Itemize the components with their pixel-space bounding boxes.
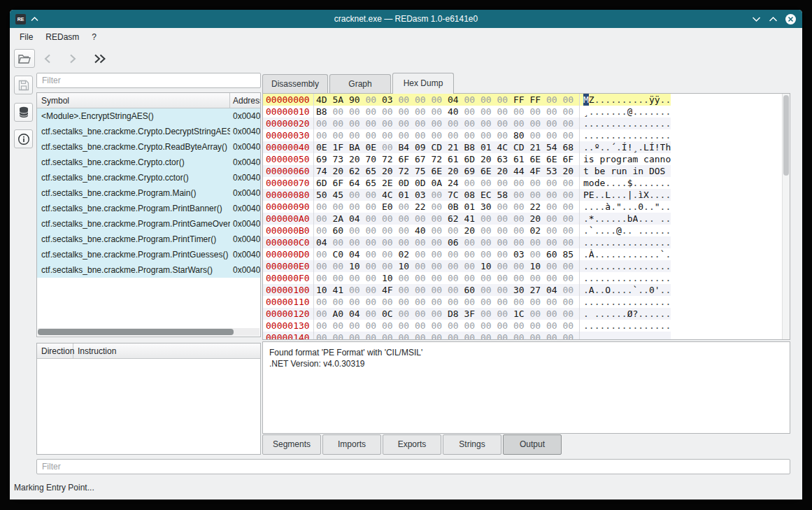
- symbol-address: 0x00402: [230, 139, 260, 155]
- minimize-icon[interactable]: [752, 16, 761, 22]
- symbol-name: ctf.sectalks_bne.crackme.Program.PrintBa…: [37, 201, 230, 216]
- tab-graph[interactable]: Graph: [329, 74, 391, 94]
- tab-disassembly[interactable]: Disassembly: [262, 74, 328, 94]
- dock-tab-strings[interactable]: Strings: [443, 434, 501, 455]
- symbols-hscrollbar-thumb[interactable]: [38, 329, 234, 335]
- hex-row[interactable]: 000000E000001000001000000000100000100000…: [263, 260, 671, 272]
- symbols-column-symbol[interactable]: Symbol: [37, 93, 230, 108]
- symbol-row[interactable]: ctf.sectalks_bne.crackme.Crypto.ReadByte…: [37, 139, 260, 155]
- status-text: Marking Entry Point...: [14, 483, 94, 493]
- symbol-row[interactable]: ctf.sectalks_bne.crackme.Program.PrintTi…: [37, 232, 260, 247]
- fast-forward-button[interactable]: [90, 49, 109, 68]
- dock-tab-output[interactable]: Output: [503, 434, 562, 455]
- symbol-row[interactable]: ctf.sectalks_bne.crackme.Program.PrintBa…: [37, 201, 260, 216]
- window-title: cracknet.exe — REDasm 1.0-e6141e0: [94, 14, 718, 24]
- hex-address: 00000050: [263, 153, 314, 165]
- hex-row[interactable]: 000000400E1FBA0E00B409CD21B8014CCD215468…: [263, 141, 671, 153]
- hex-row[interactable]: 00000080504500004C0103007C08EC5800000000…: [263, 189, 671, 201]
- hex-row[interactable]: 0000014000000000000000000000000000000000…: [263, 332, 671, 339]
- hex-vscrollbar[interactable]: [782, 94, 790, 339]
- hex-dump-view: 000000004D5A90000300000004000000FFFF0000…: [262, 93, 790, 340]
- symbols-hscrollbar[interactable]: [38, 328, 259, 336]
- symbol-name: ctf.sectalks_bne.crackme.Crypto.cctor(): [37, 170, 230, 185]
- menu-redasm[interactable]: REDasm: [39, 29, 85, 45]
- tab-hex-dump[interactable]: Hex Dump: [392, 73, 454, 94]
- bottom-filter-input[interactable]: [36, 459, 790, 474]
- keep-above-icon[interactable]: [31, 16, 38, 22]
- symbol-row[interactable]: ctf.sectalks_bne.crackme.Program.StarWar…: [37, 262, 260, 278]
- hex-row[interactable]: 00000060742062652072756E20696E20444F5320…: [263, 165, 671, 177]
- listing-header: Direction Instruction: [37, 343, 260, 359]
- hex-bytes: 104100004F0000000060000030270400: [314, 284, 579, 296]
- hex-address: 000000F0: [263, 272, 314, 284]
- hex-row[interactable]: 000000706D6F64652E0D0D0A2400000000000000…: [263, 177, 671, 189]
- listing-column-instruction[interactable]: Instruction: [73, 343, 260, 358]
- listing-column-direction[interactable]: Direction: [37, 343, 73, 358]
- symbol-row[interactable]: ctf.sectalks_bne.crackme.Program.PrintGa…: [37, 216, 260, 232]
- save-button[interactable]: [14, 76, 33, 94]
- symbol-row[interactable]: ctf.sectalks_bne.crackme.Crypto.cctor()0…: [37, 170, 260, 185]
- symbol-address: 0x00402: [230, 216, 260, 232]
- symbols-filter-input[interactable]: [36, 73, 261, 88]
- hex-row[interactable]: 000000A0002A0400000000006241000000200000…: [263, 213, 671, 225]
- hex-row[interactable]: 000000C004000000000000000600000000000000…: [263, 236, 671, 248]
- database-button[interactable]: [14, 103, 33, 122]
- dock-tab-segments[interactable]: Segments: [262, 434, 321, 455]
- menu-file[interactable]: File: [13, 29, 39, 45]
- titlebar[interactable]: RE cracknet.exe — REDasm 1.0-e6141e0: [10, 10, 802, 28]
- symbol-row[interactable]: ctf.sectalks_bne.crackme.Crypto.ctor()0x…: [37, 155, 260, 170]
- symbol-address: 0x00402: [230, 170, 260, 185]
- hex-vscrollbar-thumb[interactable]: [783, 95, 789, 176]
- symbol-row[interactable]: ctf.sectalks_bne.crackme.Program.Main()0…: [37, 185, 260, 201]
- hex-row[interactable]: 0000002000000000000000000000000000000000…: [263, 118, 671, 129]
- hex-bytes: 0E1FBA0E00B409CD21B8014CCD215468: [314, 141, 579, 153]
- hex-row[interactable]: 0000012000A004000C000000D83F00001C000000…: [263, 308, 671, 320]
- hex-bytes: 00000000000000000000000000000000: [314, 320, 579, 332]
- forward-button[interactable]: [63, 49, 83, 68]
- hex-address: 00000030: [263, 129, 314, 141]
- save-icon: [18, 80, 29, 91]
- dock-tab-imports[interactable]: Imports: [322, 434, 381, 455]
- symbol-name: ctf.sectalks_bne.crackme.Program.StarWar…: [37, 262, 230, 278]
- hex-bytes: 69732070726F6772616D2063616E6E6F: [314, 153, 579, 165]
- hex-row[interactable]: 000000004D5A90000300000004000000FFFF0000…: [263, 94, 671, 106]
- hex-bytes: 00000000100000000000000000000000: [314, 272, 579, 284]
- symbol-address: 0x00402: [230, 185, 260, 201]
- symbol-name: ctf.sectalks_bne.crackme.Crypto.ReadByte…: [37, 139, 230, 155]
- hex-address: 00000040: [263, 141, 314, 153]
- hex-bytes: 00000000000000000000000000000000: [314, 118, 579, 129]
- symbol-row[interactable]: <Module>.EncryptStringAES()0x00402: [37, 108, 260, 124]
- hex-row[interactable]: 000000D000C00400000200000000000003006085…: [263, 248, 671, 260]
- symbol-name: ctf.sectalks_bne.crackme.Crypto.DecryptS…: [37, 124, 230, 139]
- info-button[interactable]: [14, 129, 33, 148]
- hex-bytes: 00000000000000000000000000000000: [314, 296, 579, 308]
- open-file-button[interactable]: [14, 49, 35, 68]
- symbol-address: 0x00402: [230, 232, 260, 247]
- hex-row[interactable]: 000000F000000000100000000000000000000000…: [263, 272, 671, 284]
- info-icon: [17, 133, 30, 146]
- hex-row[interactable]: 0000011000000000000000000000000000000000…: [263, 296, 671, 308]
- dock-tab-exports[interactable]: Exports: [383, 434, 441, 455]
- hex-row[interactable]: 0000005069732070726F6772616D2063616E6E6F…: [263, 153, 671, 165]
- hex-bytes: 504500004C0103007C08EC5800000000: [314, 189, 579, 201]
- hex-row[interactable]: 00000010B8000000000000004000000000000000…: [263, 106, 671, 118]
- output-line: Found format 'PE Format' with 'CIL/MSIL': [269, 347, 783, 358]
- hex-row[interactable]: 0000009000000000E00022000B01300000220000…: [263, 201, 671, 213]
- open-folder-icon: [18, 54, 31, 64]
- hex-row[interactable]: 0000003000000000000000000000000080000000…: [263, 129, 671, 141]
- menu-help[interactable]: ?: [85, 29, 103, 45]
- symbol-name: ctf.sectalks_bne.crackme.Program.PrintTi…: [37, 232, 230, 247]
- hex-row[interactable]: 000000B000600000000040000020000000020000…: [263, 225, 671, 236]
- close-icon[interactable]: [785, 14, 796, 24]
- symbol-row[interactable]: ctf.sectalks_bne.crackme.Crypto.DecryptS…: [37, 124, 260, 139]
- app-window: RE cracknet.exe — REDasm 1.0-e6141e0 Fil…: [10, 10, 802, 500]
- hex-address: 00000120: [263, 308, 314, 320]
- hex-row[interactable]: 00000100104100004F0000000060000030270400…: [263, 284, 671, 296]
- hex-address: 00000010: [263, 106, 314, 118]
- symbol-address: 0x00402: [230, 201, 260, 216]
- maximize-icon[interactable]: [769, 16, 778, 22]
- back-button[interactable]: [38, 49, 57, 68]
- symbols-column-address[interactable]: Address: [230, 93, 260, 108]
- hex-row[interactable]: 0000013000000000000000000000000000000000…: [263, 320, 671, 332]
- symbol-row[interactable]: ctf.sectalks_bne.crackme.Program.PrintGu…: [37, 247, 260, 262]
